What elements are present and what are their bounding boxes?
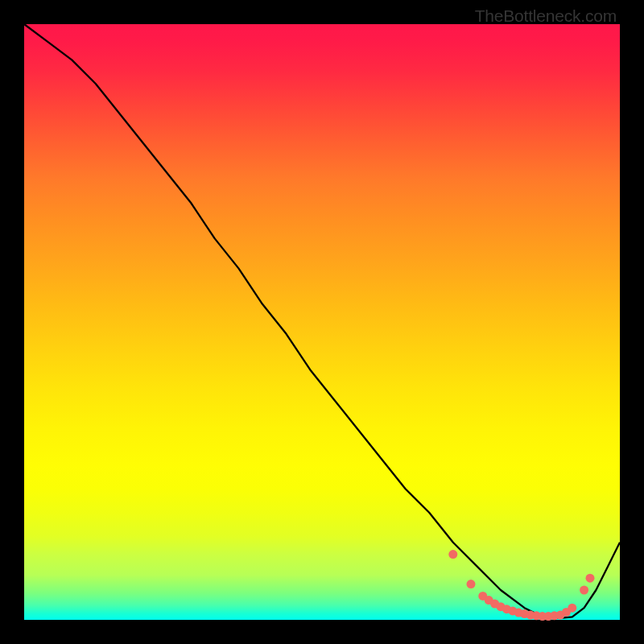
svg-point-18: [580, 586, 588, 595]
curve-overlay: [0, 0, 644, 644]
svg-point-1: [467, 580, 476, 588]
figure-container: TheBottleneck.com: [0, 0, 644, 644]
svg-point-19: [586, 574, 595, 583]
svg-point-17: [568, 604, 576, 613]
svg-point-0: [448, 550, 457, 559]
